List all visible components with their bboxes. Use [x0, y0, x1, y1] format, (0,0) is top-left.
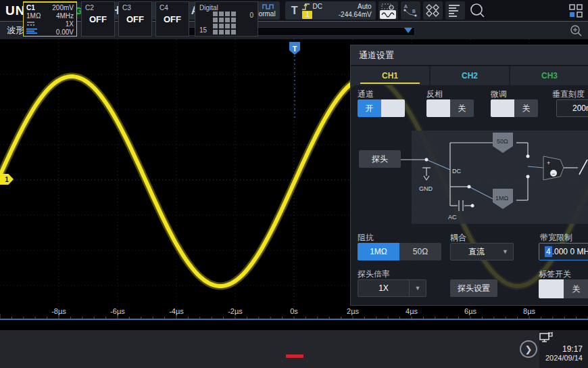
c3-name: C3: [122, 4, 131, 12]
invert-toggle[interactable]: 关: [426, 99, 474, 117]
digital-channels-grid: [213, 12, 236, 34]
label-switch-label: 标签开关: [539, 269, 571, 280]
time-axis-label: 8µs: [523, 307, 535, 315]
bandwidth-limit-field[interactable]: 4 .000 0 MHz: [539, 243, 588, 260]
fine-on-segment[interactable]: [491, 99, 514, 117]
usb-device-icon: [539, 332, 553, 344]
bottom-status-bar: [0, 330, 588, 368]
cursor-measure-button[interactable]: A B: [401, 1, 420, 20]
coupling-value: 直流: [451, 246, 502, 258]
probe-ratio-label: 探头倍率: [358, 269, 390, 280]
vertical-scale-label: 垂直刻度: [552, 89, 585, 100]
time-axis-label: -8µs: [51, 307, 66, 315]
label-switch-toggle[interactable]: 关: [539, 279, 588, 298]
channel2-status-card[interactable]: C2 OFF: [81, 1, 115, 37]
time-axis-label: 0s: [290, 307, 298, 315]
invert-off-segment[interactable]: 关: [450, 99, 474, 117]
channel-off-segment[interactable]: [381, 99, 405, 117]
wave-pan-icon: [380, 10, 396, 19]
label-off-segment[interactable]: 关: [564, 279, 588, 298]
time-axis-label: -6µs: [110, 307, 125, 315]
layout-grid-icon: [568, 3, 583, 18]
c4-name: C4: [160, 4, 168, 12]
zoom-pan-tool-button[interactable]: [378, 1, 398, 20]
dc-coupling-icon: [26, 20, 35, 26]
channel-enable-label: 通道: [358, 89, 374, 100]
c1-name: C1: [26, 4, 35, 12]
cursor-ab-icon: A B: [402, 3, 418, 19]
amp-minus-label: −: [552, 170, 555, 177]
c2-state: OFF: [82, 14, 114, 24]
r50-label: 50Ω: [497, 138, 508, 145]
vertical-scale-field[interactable]: 200mV: [556, 99, 588, 117]
ac-path-label: AC: [448, 214, 457, 221]
trigger-mode-value: Auto: [358, 3, 372, 11]
impedance-selector: 1MΩ 50Ω: [358, 243, 441, 260]
channel4-status-card[interactable]: C4 OFF: [155, 1, 189, 37]
c1-scale: 200mV: [52, 4, 74, 12]
trigger-settings-block[interactable]: T DC 1 Auto -244.64mV: [285, 1, 376, 20]
window-layout-button[interactable]: [566, 1, 585, 20]
c1-ratio: 1X: [66, 20, 74, 28]
c1-offset: 0.00V: [56, 28, 74, 37]
impedance-1mohm-option[interactable]: 1MΩ: [358, 243, 399, 260]
digital-status-card[interactable]: Digital 0 15: [195, 1, 258, 37]
tab-ch2[interactable]: CH2: [431, 66, 509, 85]
diamonds-icon: [424, 3, 441, 19]
time-axis-label: 4µs: [406, 307, 418, 315]
dc-path-label: DC: [452, 168, 461, 175]
input-path-diagram: 50Ω 1MΩ DC AC GND + −: [351, 126, 588, 227]
channel-enable-toggle[interactable]: 开: [358, 99, 405, 117]
fine-adjust-label: 微调: [491, 89, 507, 100]
coupling-dropdown[interactable]: 直流 ▼: [450, 243, 514, 260]
digital-top-index: 0: [249, 12, 253, 19]
posbar-right-handle[interactable]: [404, 28, 412, 33]
invert-label: 反相: [426, 89, 443, 100]
trigger-level-value: -244.64mV: [339, 11, 372, 19]
channel3-status-card[interactable]: C3 OFF: [118, 1, 152, 37]
bandwidth-selected-digit: 4: [545, 246, 552, 257]
digital-label: Digital: [199, 4, 218, 12]
chevron-down-icon: ▼: [410, 285, 426, 292]
bars-list-icon: [448, 3, 462, 18]
box-zoom-icon: [381, 3, 395, 10]
channel-on-segment[interactable]: 开: [358, 99, 381, 117]
tab-ch3[interactable]: CH3: [510, 66, 588, 85]
amp-plus-label: +: [547, 160, 550, 166]
gnd-label: GND: [419, 185, 433, 192]
clock-time: 19:17: [539, 344, 583, 354]
time-axis-label: 6µs: [464, 307, 476, 315]
bandwidth-limit-label: 带宽限制: [540, 232, 572, 244]
acquire-waveform-icon: [262, 3, 276, 10]
coupling-label: 耦合: [450, 232, 466, 244]
trigger-source-badge: 1: [302, 11, 312, 19]
clock-date: 2024/09/14: [539, 354, 583, 362]
fine-adjust-toggle[interactable]: 关: [491, 99, 538, 117]
label-on-segment[interactable]: [539, 279, 564, 298]
system-clock-panel: 19:17 2024/09/14: [539, 330, 588, 368]
channel1-status-card[interactable]: C1200mV 1MΩ4MHz 1X 0.00V: [23, 1, 77, 37]
search-icon: [468, 2, 486, 20]
c3-state: OFF: [119, 14, 151, 24]
fine-off-segment[interactable]: 关: [514, 99, 538, 117]
c2-name: C2: [85, 4, 94, 12]
impedance-50ohm-option[interactable]: 50Ω: [399, 243, 441, 260]
probe-setup-button[interactable]: 探头设置: [450, 279, 497, 297]
expand-panel-button[interactable]: ❯: [520, 340, 537, 358]
time-axis-label: 2µs: [347, 307, 359, 315]
probe-ratio-dropdown[interactable]: 1X ▼: [358, 279, 426, 297]
xy-display-button[interactable]: [423, 1, 443, 20]
probe-button[interactable]: 探头: [359, 150, 401, 168]
zoom-in-icon[interactable]: [569, 24, 583, 38]
list-panel-button[interactable]: [445, 1, 465, 20]
bandwidth-rest: .000 0 MHz: [552, 247, 588, 256]
chevron-down-icon: ▼: [502, 248, 508, 255]
invert-on-segment[interactable]: [426, 99, 450, 117]
channel-tabs: CH1 CH2 CH3: [351, 66, 588, 85]
tab-ch1[interactable]: CH1: [351, 66, 429, 85]
impedance-label: 阻抗: [358, 232, 374, 244]
digital-bottom-index: 15: [199, 26, 207, 34]
search-button[interactable]: [468, 1, 487, 20]
panel-title: 通道设置: [351, 45, 588, 66]
probe-ratio-value: 1X: [358, 280, 410, 296]
